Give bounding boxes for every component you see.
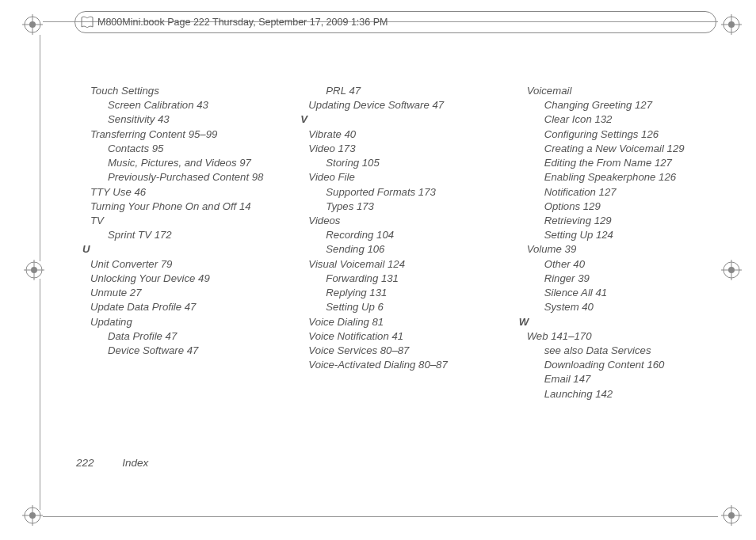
index-entry: Updating Device Software 47 — [297, 98, 506, 112]
index-entry: Downloading Content 160 — [516, 358, 724, 372]
index-section-letter: W — [516, 315, 724, 329]
index-entry: Web 141–170 — [516, 329, 724, 344]
crop-line — [40, 279, 40, 510]
index-section-letter: U — [79, 242, 288, 257]
index-entry: Editing the From Name 127 — [516, 156, 724, 170]
index-section-letter: V — [297, 112, 506, 127]
index-entry: Touch Settings — [79, 84, 288, 98]
index-entry: Storing 105 — [297, 156, 506, 170]
index-entry: Voice Notification 41 — [297, 329, 506, 344]
index-content: Touch SettingsScreen Calibration 43Sensi… — [79, 84, 724, 480]
index-entry: Configuring Settings 126 — [516, 127, 724, 142]
page-footer: 222 Index — [76, 457, 148, 469]
registration-mark-icon — [721, 505, 742, 526]
index-entry: Creating a New Voicemail 129 — [516, 142, 724, 156]
index-entry: Volume 39 — [516, 242, 724, 257]
index-entry: System 40 — [516, 300, 724, 314]
index-entry: Forwarding 131 — [297, 272, 506, 286]
index-entry: Changing Greeting 127 — [516, 98, 724, 112]
index-entry: PRL 47 — [297, 84, 506, 98]
index-entry: Email 147 — [516, 372, 724, 386]
document-header: M800Mini.book Page 222 Thursday, Septemb… — [74, 11, 716, 33]
index-entry: Updating — [79, 315, 288, 329]
index-entry: Videos — [297, 214, 506, 228]
index-entry: Unit Converter 79 — [79, 257, 288, 272]
index-entry: Visual Voicemail 124 — [297, 257, 506, 272]
index-entry: Ringer 39 — [516, 272, 724, 286]
index-entry: Vibrate 40 — [297, 127, 506, 142]
footer-label: Index — [122, 457, 148, 469]
index-entry: Sprint TV 172 — [79, 228, 288, 242]
index-entry: Update Data Profile 47 — [79, 300, 288, 314]
registration-mark-icon — [721, 14, 742, 35]
index-entry: Data Profile 47 — [79, 329, 288, 344]
registration-mark-icon — [24, 260, 44, 280]
index-entry: Video File — [297, 170, 506, 184]
index-entry: Unlocking Your Device 49 — [79, 272, 288, 286]
index-entry: Setting Up 6 — [297, 300, 506, 314]
index-entry: Sensitivity 43 — [79, 112, 288, 127]
index-entry: Transferring Content 95–99 — [79, 127, 288, 142]
index-entry: Voice Services 80–87 — [297, 344, 506, 358]
crop-line — [40, 35, 40, 261]
registration-mark-icon — [22, 14, 43, 35]
index-entry: Screen Calibration 43 — [79, 98, 288, 112]
index-entry: Voice-Activated Dialing 80–87 — [297, 358, 506, 372]
index-entry: Notification 127 — [516, 185, 724, 200]
index-entry: Sending 106 — [297, 242, 506, 257]
index-entry: Clear Icon 132 — [516, 112, 724, 127]
index-entry: Enabling Speakerphone 126 — [516, 170, 724, 184]
index-entry: Previously-Purchased Content 98 — [79, 170, 288, 184]
index-column-3: VoicemailChanging Greeting 127Clear Icon… — [516, 84, 724, 480]
index-entry: Recording 104 — [297, 228, 506, 242]
index-column-1: Touch SettingsScreen Calibration 43Sensi… — [79, 84, 288, 480]
index-entry: Turning Your Phone On and Off 14 — [79, 200, 288, 214]
index-entry: Replying 131 — [297, 286, 506, 300]
index-entry: TV — [79, 214, 288, 228]
index-entry: Setting Up 124 — [516, 228, 724, 242]
index-entry: Retrieving 129 — [516, 214, 724, 228]
index-entry: Voice Dialing 81 — [297, 315, 506, 329]
index-column-2: PRL 47Updating Device Software 47VVibrat… — [297, 84, 506, 480]
page-number: 222 — [76, 457, 94, 469]
index-entry: Launching 142 — [516, 387, 724, 401]
index-entry: TTY Use 46 — [79, 185, 288, 200]
index-entry: Unmute 27 — [79, 286, 288, 300]
index-entry: Video 173 — [297, 142, 506, 156]
book-icon — [80, 15, 94, 29]
index-entry: Device Software 47 — [79, 344, 288, 358]
index-entry: Other 40 — [516, 257, 724, 272]
index-entry: Types 173 — [297, 200, 506, 214]
index-entry: Silence All 41 — [516, 286, 724, 300]
index-entry: Music, Pictures, and Videos 97 — [79, 156, 288, 170]
index-entry: Supported Formats 173 — [297, 185, 506, 200]
crop-line — [43, 516, 718, 517]
index-entry: Contacts 95 — [79, 142, 288, 156]
index-entry: Options 129 — [516, 200, 724, 214]
index-entry: Voicemail — [516, 84, 724, 98]
index-entry: see also Data Services — [516, 344, 724, 358]
document-header-text: M800Mini.book Page 222 Thursday, Septemb… — [97, 17, 388, 28]
